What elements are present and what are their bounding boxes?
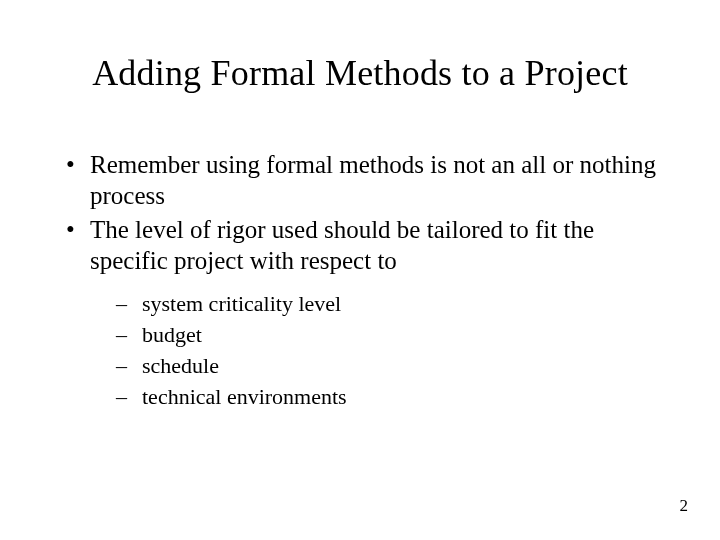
list-item: budget: [116, 321, 660, 349]
page-number: 2: [680, 496, 689, 516]
list-item-text: technical environments: [142, 384, 347, 409]
list-item-text: schedule: [142, 353, 219, 378]
list-item-text: system criticality level: [142, 291, 341, 316]
list-item-text: The level of rigor used should be tailor…: [90, 216, 594, 274]
list-item-text: budget: [142, 322, 202, 347]
slide-title: Adding Formal Methods to a Project: [0, 52, 720, 94]
list-item: schedule: [116, 352, 660, 380]
list-item: system criticality level: [116, 290, 660, 318]
bullet-list: Remember using formal methods is not an …: [62, 150, 660, 412]
slide: Adding Formal Methods to a Project Remem…: [0, 0, 720, 540]
list-item-text: Remember using formal methods is not an …: [90, 151, 656, 209]
list-item: technical environments: [116, 383, 660, 411]
sub-bullet-list: system criticality level budget schedule…: [90, 290, 660, 412]
slide-body: Remember using formal methods is not an …: [62, 150, 660, 416]
list-item: The level of rigor used should be tailor…: [62, 215, 660, 412]
list-item: Remember using formal methods is not an …: [62, 150, 660, 211]
